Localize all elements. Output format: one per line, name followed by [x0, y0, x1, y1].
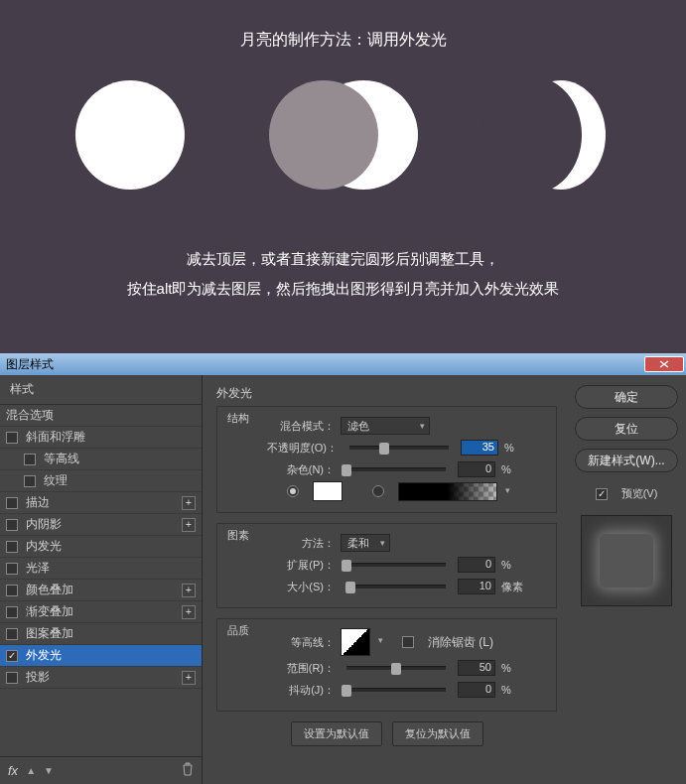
size-label: 大小(S)： — [267, 580, 335, 594]
plus-icon[interactable]: + — [182, 671, 196, 685]
slider-thumb[interactable] — [391, 663, 401, 675]
styles-panel: 样式 混合选项 斜面和浮雕 等高线 纹理 描边+ 内阴影+ 内发光 光泽 颜色叠… — [0, 375, 203, 784]
style-label: 图案叠加 — [26, 625, 73, 642]
style-label: 颜色叠加 — [26, 582, 73, 598]
style-item-drop-shadow[interactable]: 投影+ — [0, 667, 202, 689]
checkbox-checked[interactable] — [6, 650, 18, 662]
style-item-inner-shadow[interactable]: 内阴影+ — [0, 514, 202, 536]
spread-slider[interactable] — [346, 563, 446, 567]
style-item-pattern-overlay[interactable]: 图案叠加 — [0, 623, 202, 645]
percent-unit: % — [501, 662, 525, 674]
plus-icon[interactable]: + — [182, 496, 196, 510]
shape-crescent-moon — [502, 80, 612, 190]
slider-thumb[interactable] — [379, 443, 389, 455]
noise-input[interactable]: 0 — [458, 461, 495, 477]
close-button[interactable] — [644, 356, 684, 372]
percent-unit: % — [504, 442, 528, 454]
right-panel: 确定 复位 新建样式(W)... 预览(V) — [567, 375, 686, 784]
contour-swatch[interactable] — [341, 628, 370, 656]
arrow-up-icon[interactable]: ▲ — [26, 765, 36, 776]
style-item-color-overlay[interactable]: 颜色叠加+ — [0, 580, 202, 601]
fx-label[interactable]: fx — [8, 763, 18, 778]
checkbox[interactable] — [6, 585, 18, 596]
checkbox[interactable] — [6, 672, 18, 684]
checkbox[interactable] — [6, 541, 18, 553]
contour-label: 等高线： — [267, 635, 335, 650]
slider-thumb[interactable] — [342, 464, 351, 476]
slider-thumb[interactable] — [342, 560, 351, 572]
blend-mode-select[interactable]: 滤色 — [341, 417, 430, 435]
style-item-outer-glow[interactable]: 外发光 — [0, 645, 202, 667]
spread-label: 扩展(P)： — [267, 558, 335, 573]
structure-label: 结构 — [227, 411, 249, 426]
pixels-unit: 像素 — [501, 580, 525, 594]
checkbox[interactable] — [6, 497, 18, 509]
noise-slider[interactable] — [346, 467, 446, 471]
structure-fieldset: 结构 混合模式： 滤色 不透明度(O)： 35 % 杂色(N)： 0 % — [216, 406, 557, 513]
percent-unit: % — [501, 463, 525, 475]
range-slider[interactable] — [346, 666, 446, 670]
dialog-titlebar[interactable]: 图层样式 — [0, 353, 686, 375]
plus-icon[interactable]: + — [182, 584, 196, 597]
style-label: 内发光 — [26, 538, 62, 555]
style-item-satin[interactable]: 光泽 — [0, 558, 202, 580]
shapes-row — [0, 80, 686, 190]
technique-label: 方法： — [267, 536, 335, 551]
spread-input[interactable]: 0 — [458, 557, 495, 573]
reset-default-button[interactable]: 复位为默认值 — [392, 721, 483, 746]
anti-alias-checkbox[interactable] — [402, 636, 414, 648]
percent-unit: % — [501, 559, 525, 571]
technique-select[interactable]: 柔和 — [341, 534, 390, 552]
plus-icon[interactable]: + — [182, 518, 196, 532]
checkbox[interactable] — [6, 628, 18, 640]
quality-label: 品质 — [227, 623, 249, 638]
style-label: 外发光 — [26, 647, 62, 664]
shape-full-circle — [75, 80, 185, 190]
gradient-radio[interactable] — [372, 485, 384, 497]
color-swatch[interactable] — [313, 481, 343, 501]
checkbox[interactable] — [6, 606, 18, 618]
checkbox[interactable] — [6, 519, 18, 531]
checkbox[interactable] — [24, 454, 36, 465]
opacity-slider[interactable] — [349, 446, 449, 450]
range-input[interactable]: 50 — [458, 660, 495, 676]
make-default-button[interactable]: 设置为默认值 — [291, 721, 382, 746]
ok-button[interactable]: 确定 — [575, 385, 678, 409]
cancel-button[interactable]: 复位 — [575, 417, 678, 441]
preview-checkbox[interactable] — [596, 488, 608, 500]
jitter-input[interactable]: 0 — [458, 682, 495, 698]
color-radio[interactable] — [287, 485, 299, 497]
style-label: 混合选项 — [6, 407, 54, 424]
dialog-body: 样式 混合选项 斜面和浮雕 等高线 纹理 描边+ 内阴影+ 内发光 光泽 颜色叠… — [0, 375, 686, 784]
size-slider[interactable] — [346, 585, 446, 588]
checkbox[interactable] — [24, 475, 36, 487]
arrow-down-icon[interactable]: ▼ — [44, 765, 54, 776]
style-item-inner-glow[interactable]: 内发光 — [0, 536, 202, 558]
plus-icon[interactable]: + — [182, 605, 196, 619]
style-label: 等高线 — [44, 451, 79, 467]
style-item-contour[interactable]: 等高线 — [0, 449, 202, 470]
tutorial-line1: 减去顶层，或者直接新建完圆形后别调整工具， — [0, 244, 686, 274]
style-label: 斜面和浮雕 — [26, 429, 85, 446]
blend-mode-value: 滤色 — [347, 419, 369, 434]
range-label: 范围(R)： — [267, 661, 335, 676]
trash-icon[interactable] — [182, 762, 194, 779]
checkbox[interactable] — [6, 432, 18, 444]
opacity-input[interactable]: 35 — [461, 440, 498, 456]
jitter-slider[interactable] — [346, 688, 446, 692]
size-input[interactable]: 10 — [458, 579, 495, 594]
slider-thumb[interactable] — [342, 685, 351, 697]
style-item-texture[interactable]: 纹理 — [0, 470, 202, 492]
slider-thumb[interactable] — [345, 582, 355, 593]
new-style-button[interactable]: 新建样式(W)... — [575, 449, 678, 472]
checkbox[interactable] — [6, 563, 18, 575]
dialog-title: 图层样式 — [6, 356, 54, 373]
style-item-blend-options[interactable]: 混合选项 — [0, 405, 202, 427]
percent-unit: % — [501, 684, 525, 696]
style-item-gradient-overlay[interactable]: 渐变叠加+ — [0, 601, 202, 623]
style-item-stroke[interactable]: 描边+ — [0, 492, 202, 514]
preview-box — [581, 515, 672, 606]
style-item-bevel-emboss[interactable]: 斜面和浮雕 — [0, 427, 202, 449]
gradient-swatch[interactable] — [398, 482, 497, 501]
anti-alias-label: 消除锯齿 (L) — [428, 634, 493, 651]
